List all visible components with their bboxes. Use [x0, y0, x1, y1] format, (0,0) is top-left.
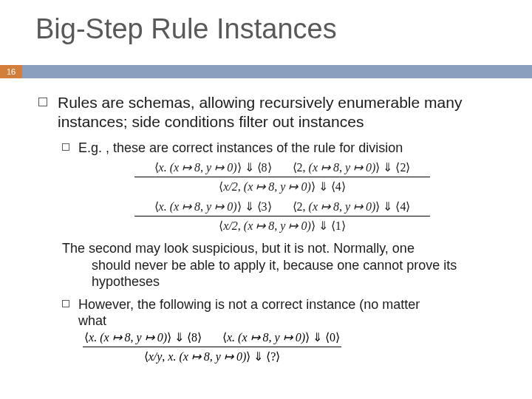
premise: ⟨2, (x ↦ 8, y ↦ 0)⟩ ⟨4⟩	[293, 200, 411, 214]
premise: ⟨x. (x ↦ 8, y ↦ 0)⟩ ⟨8⟩	[84, 330, 202, 344]
slide-title: Big-Step Rule Instances	[0, 0, 532, 45]
conclusion: ⟨x/y, x. (x ↦ 8, y ↦ 0)⟩ ⟨?⟩	[144, 349, 281, 364]
rule-line	[134, 177, 430, 177]
premise: ⟨2, (x ↦ 8, y ↦ 0)⟩ ⟨2⟩	[293, 160, 411, 174]
bullet-square-icon	[62, 143, 69, 151]
rule-2: ⟨x. (x ↦ 8, y ↦ 0)⟩ ⟨3⟩ ⟨2, (x ↦ 8, y ↦ …	[68, 200, 497, 233]
bullet-level2: However, the following is not a correct …	[62, 296, 497, 330]
conclusion: ⟨x/2, (x ↦ 8, y ↦ 0)⟩ ⟨4⟩	[219, 180, 345, 194]
inference-rules: ⟨x. (x ↦ 8, y ↦ 0)⟩ ⟨8⟩ ⟨2, (x ↦ 8, y ↦ …	[68, 160, 497, 233]
bullet-text: Rules are schemas, allowing recursively …	[58, 93, 497, 132]
rule-line	[134, 216, 430, 216]
rule-3: ⟨x. (x ↦ 8, y ↦ 0)⟩ ⟨8⟩ ⟨x. (x ↦ 8, y ↦ …	[83, 330, 341, 364]
rule-1: ⟨x. (x ↦ 8, y ↦ 0)⟩ ⟨8⟩ ⟨2, (x ↦ 8, y ↦ …	[68, 160, 497, 194]
premise: ⟨x. (x ↦ 8, y ↦ 0)⟩ ⟨0⟩	[222, 330, 340, 344]
note-text: The second may look suspicious, but it i…	[62, 240, 497, 290]
slide-body: Rules are schemas, allowing recursively …	[38, 93, 497, 334]
bullet-text: E.g. , these are correct instances of th…	[78, 140, 403, 157]
bullet-square-icon	[62, 300, 69, 307]
rule-line	[83, 347, 341, 347]
conclusion: ⟨x/2, (x ↦ 8, y ↦ 0)⟩ ⟨1⟩	[219, 219, 345, 233]
slide: Big-Step Rule Instances 16 Rules are sch…	[0, 0, 532, 399]
premise: ⟨x. (x ↦ 8, y ↦ 0)⟩ ⟨3⟩	[154, 200, 272, 214]
page-number: 16	[0, 65, 22, 78]
bullet-text: However, the following is not a correct …	[78, 296, 420, 330]
bullet-square-icon	[38, 98, 47, 106]
bullet-level1: Rules are schemas, allowing recursively …	[38, 93, 497, 132]
premise: ⟨x. (x ↦ 8, y ↦ 0)⟩ ⟨8⟩	[154, 160, 272, 174]
accent-bar	[0, 65, 532, 78]
bullet-level2: E.g. , these are correct instances of th…	[62, 140, 497, 157]
